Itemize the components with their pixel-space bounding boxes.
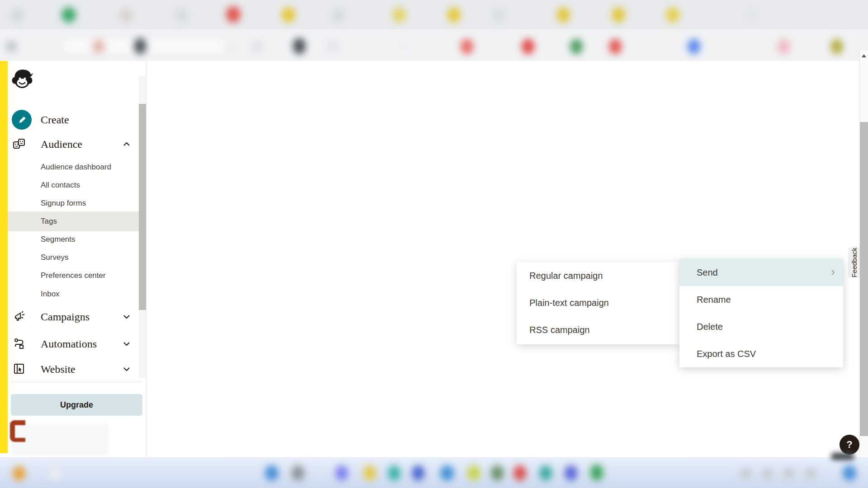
sidebar-item-all-contacts[interactable]: All contacts (41, 180, 80, 191)
blurred-toolbar-icon (398, 41, 410, 52)
blurred-taskbar-icon (335, 465, 348, 481)
blurred-taskbar-icon (440, 465, 454, 481)
blurred-toolbar-icon (522, 39, 534, 54)
blurred-taskbar (0, 457, 868, 488)
sidebar-item-audience-dashboard[interactable]: Audience dashboard (41, 162, 111, 173)
blurred-toolbar-icon (778, 39, 790, 54)
blurred-tray-icon (783, 468, 794, 479)
feedback-tab[interactable]: Feedback (848, 248, 860, 277)
pencil-icon (17, 115, 27, 125)
blurred-tray-icon (843, 465, 856, 481)
blurred-tab-favicon (746, 9, 758, 21)
row-actions-menu: Send › Rename Delete Export as CSV (679, 259, 843, 367)
scrollbar-thumb[interactable] (860, 122, 868, 436)
sidebar-item-surveys[interactable]: Surveys (41, 252, 68, 263)
feedback-label: Feedback (850, 248, 858, 277)
submenu-arrow-icon: › (831, 265, 835, 279)
blurred-taskbar-icon (491, 465, 504, 481)
sidebar-footer-divider (11, 382, 142, 382)
menu-item-plain-text-campaign[interactable]: Plain-text campaign (517, 289, 679, 316)
sidebar-item-audience[interactable]: Audience (41, 138, 82, 150)
blurred-tab-favicon (226, 6, 241, 23)
website-icon (13, 362, 25, 375)
chevron-down-icon[interactable] (123, 367, 130, 371)
blurred-toolbar-icon (293, 38, 306, 54)
help-button[interactable]: ? (840, 435, 859, 455)
menu-item-export-as-csv[interactable]: Export as CSV (679, 340, 843, 367)
browser-scrollbar[interactable] (859, 51, 868, 457)
blurred-tray-icon (805, 468, 816, 479)
mailchimp-freddie-logo-icon[interactable] (11, 66, 33, 91)
blurred-taskbar-icon (292, 465, 304, 481)
blurred-tab-favicon (666, 7, 679, 23)
sidebar-item-preferences-center[interactable]: Preferences center (41, 270, 106, 281)
chevron-down-icon[interactable] (123, 342, 130, 346)
menu-item-delete[interactable]: Delete (679, 313, 843, 340)
upgrade-button[interactable]: Upgrade (11, 394, 142, 416)
sidebar-scrollbar-thumb[interactable] (139, 104, 146, 310)
sidebar-item-signup-forms[interactable]: Signup forms (41, 198, 86, 209)
blurred-toolbar-icon (92, 40, 105, 53)
menu-item-rss-campaign[interactable]: RSS campaign (517, 316, 679, 343)
create-button[interactable] (12, 110, 32, 130)
blurred-toolbar-icon (224, 41, 236, 52)
menu-item-label: Send (697, 267, 718, 278)
sidebar-item-tags[interactable]: Tags (41, 216, 57, 227)
blurred-tray-icon (762, 468, 773, 479)
blurred-toolbar-icon (134, 38, 146, 54)
blurred-toolbar-icon (830, 39, 843, 54)
blurred-toolbar-icon (5, 41, 17, 52)
blurred-tab-favicon (332, 9, 345, 22)
blurred-tab-favicon (612, 7, 625, 23)
blurred-tab-favicon (11, 9, 24, 22)
blurred-dark-edge (831, 453, 854, 460)
blurred-address-bar (63, 40, 231, 52)
sidebar-item-automations[interactable]: Automations (41, 338, 97, 350)
chevron-up-icon[interactable] (123, 142, 130, 146)
blurred-tab-favicon (61, 7, 76, 23)
blurred-tab-favicon (175, 9, 188, 22)
blurred-tab-favicon (392, 7, 406, 23)
blurred-toolbar-icon (327, 41, 339, 52)
create-label[interactable]: Create (41, 114, 69, 126)
blurred-browser-chrome (0, 0, 868, 61)
blurred-taskbar-icon (590, 465, 603, 481)
chevron-down-icon[interactable] (123, 314, 130, 319)
blurred-tab-favicon (493, 9, 505, 22)
blurred-tray-icon (741, 468, 751, 479)
menu-item-regular-campaign[interactable]: Regular campaign (517, 262, 679, 289)
blurred-taskbar-icon (388, 465, 401, 481)
blurred-tab-favicon (120, 9, 132, 22)
blurred-taskbar-icon (565, 465, 577, 481)
blurred-tab-favicon (282, 7, 295, 23)
blurred-toolbar-icon (461, 39, 473, 54)
sidebar-item-website[interactable]: Website (41, 363, 75, 375)
blurred-taskbar-icon (514, 465, 526, 481)
menu-item-rename[interactable]: Rename (679, 286, 843, 313)
menu-item-send[interactable]: Send › (679, 259, 843, 286)
active-nav-highlight (8, 211, 146, 231)
blurred-toolbar-icon (609, 39, 622, 54)
sidebar-item-campaigns[interactable]: Campaigns (41, 311, 90, 323)
brand-yellow-stripe (0, 61, 8, 453)
blurred-red-bracket-shape (10, 420, 25, 442)
blurred-taskbar-icon (467, 465, 480, 481)
audience-icon (13, 137, 25, 150)
scrollbar-up-arrow-icon[interactable] (862, 54, 866, 57)
blurred-taskbar-icon (412, 465, 425, 481)
blurred-taskbar-icon (13, 466, 25, 481)
sidebar-item-segments[interactable]: Segments (41, 234, 75, 245)
blurred-taskbar-icon (539, 465, 552, 481)
blurred-toolbar-icon (688, 39, 700, 54)
automations-icon (13, 337, 25, 350)
blurred-tab-favicon (557, 7, 570, 23)
send-submenu: Regular campaign Plain-text campaign RSS… (517, 262, 679, 344)
question-mark-icon: ? (846, 439, 852, 450)
sidebar-item-inbox[interactable]: Inbox (41, 289, 60, 300)
blurred-tab-favicon (447, 7, 461, 23)
blurred-popup-remnant (12, 424, 108, 455)
blurred-taskbar-icon (49, 468, 61, 480)
campaigns-megaphone-icon (13, 310, 25, 323)
blurred-toolbar-icon (570, 39, 583, 54)
blurred-taskbar-icon (265, 465, 278, 481)
